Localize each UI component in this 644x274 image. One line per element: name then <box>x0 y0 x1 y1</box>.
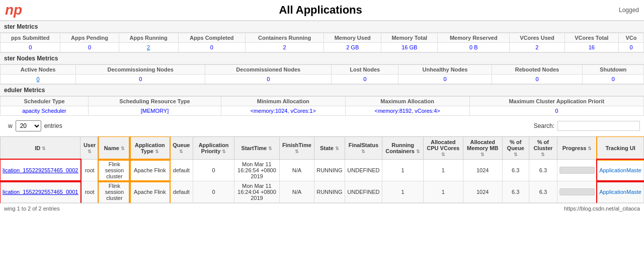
col-header-name[interactable]: Name ⇅ <box>99 137 130 160</box>
cell-cpu-vcores: 1 <box>423 160 463 181</box>
col-header-tracking-ui[interactable]: Tracking UI <box>597 137 644 160</box>
cluster-metrics-header: ster Metrics <box>0 21 644 33</box>
search-input[interactable] <box>557 121 640 131</box>
col-header-pct-queue[interactable]: % of Queue ⇅ <box>502 137 529 160</box>
cell-pct-cluster: 6.3 <box>529 181 557 203</box>
col-header-finalstatus[interactable]: FinalStatus ⇅ <box>345 137 382 160</box>
cell-priority: 0 <box>193 160 234 181</box>
table-row: lication_1552292557465_0001 root Flink s… <box>1 181 644 203</box>
showing-entries: wing 1 to 2 of 2 entries <box>4 206 60 212</box>
val-lost-nodes: 0 <box>332 75 398 84</box>
cell-priority: 0 <box>193 181 234 203</box>
col-header-queue[interactable]: Queue ⇅ <box>170 137 193 160</box>
cell-id[interactable]: lication_1552292557465_0002 <box>1 160 80 181</box>
cell-progress <box>557 181 597 203</box>
val-vco: 0 <box>619 43 644 52</box>
val-shutdown: 0 <box>583 75 644 84</box>
nodes-metrics-table: Active Nodes Decommissioning Nodes Decom… <box>0 64 644 84</box>
col-header-priority[interactable]: Application Priority ⇅ <box>193 137 234 160</box>
val-apps-completed: 0 <box>178 43 246 52</box>
col-header-state[interactable]: State ⇅ <box>314 137 345 160</box>
cell-memory-mb: 1024 <box>463 181 502 203</box>
cell-cpu-vcores: 1 <box>423 181 463 203</box>
val-min-allocation: <memory:1024, vCores:1> <box>221 106 345 116</box>
cell-app-type: Apache Flink <box>130 160 170 181</box>
applications-table: ID ⇅ User ⇅ Name ⇅ Application Type ⇅ Qu… <box>0 136 644 203</box>
col-header-cpu-vcores[interactable]: Allocated CPU VCores ⇅ <box>423 137 463 160</box>
cell-pct-queue: 6.3 <box>502 160 529 181</box>
cell-progress <box>557 160 597 181</box>
val-scheduling-resource: [MEMORY] <box>89 106 221 116</box>
cell-pct-cluster: 6.3 <box>529 160 557 181</box>
val-containers-running: 2 <box>246 43 324 52</box>
cell-name: Flink session cluster <box>99 160 130 181</box>
col-memory-total: Memory Total <box>381 33 438 43</box>
col-apps-completed: Apps Completed <box>178 33 246 43</box>
entries-select[interactable]: 10 20 25 50 100 <box>16 120 41 131</box>
show-entries: w 10 20 25 50 100 entries <box>4 118 66 134</box>
footer-bar: wing 1 to 2 of 2 entries https://blog.cs… <box>0 203 644 214</box>
val-max-cluster-priority: 0 <box>469 106 644 116</box>
logo: np <box>5 2 22 18</box>
val-rebooted-nodes: 0 <box>492 75 583 84</box>
col-apps-pending: Apps Pending <box>60 33 119 43</box>
col-lost-nodes: Lost Nodes <box>332 65 398 75</box>
cell-starttime: Mon Mar 11 16:26:54 +0800 2019 <box>234 160 279 181</box>
top-bar: np All Applications Logged <box>0 0 644 21</box>
entries-suffix: entries <box>44 122 62 129</box>
cell-finalstatus: UNDEFINED <box>345 181 382 203</box>
col-memory-used: Memory Used <box>324 33 381 43</box>
col-header-id[interactable]: ID ⇅ <box>1 137 80 160</box>
col-header-starttime[interactable]: StartTime ⇅ <box>234 137 279 160</box>
progress-bar-container <box>559 167 595 174</box>
col-header-app-type[interactable]: Application Type ⇅ <box>130 137 170 160</box>
cell-starttime: Mon Mar 11 16:24:04 +0800 2019 <box>234 181 279 203</box>
cell-tracking-ui[interactable]: ApplicationMaste <box>597 160 644 181</box>
col-max-cluster-priority: Maximum Cluster Application Priorit <box>469 97 644 106</box>
cell-pct-queue: 6.3 <box>502 181 529 203</box>
val-max-allocation: <memory:8192, vCores:4> <box>345 106 469 116</box>
val-vcores-used: 2 <box>510 43 565 52</box>
cell-finishtime: N/A <box>279 181 314 203</box>
col-decommissioning-nodes: Decommissioning Nodes <box>76 65 205 75</box>
cluster-metrics-table: pps Submitted Apps Pending Apps Running … <box>0 33 644 52</box>
col-containers-running: Containers Running <box>246 33 324 43</box>
cell-user: root <box>80 181 99 203</box>
cell-finishtime: N/A <box>279 160 314 181</box>
col-header-user[interactable]: User ⇅ <box>80 137 99 160</box>
footer-url: https://blog.csdn.net/al_citaoca <box>564 206 640 212</box>
col-header-memory-mb[interactable]: Allocated Memory MB ⇅ <box>463 137 502 160</box>
cell-app-type: Apache Flink <box>130 181 170 203</box>
cell-running-containers: 1 <box>382 181 424 203</box>
val-apps-submitted: 0 <box>1 43 60 52</box>
cell-running-containers: 1 <box>382 160 424 181</box>
col-min-allocation: Minimum Allocation <box>221 97 345 106</box>
val-memory-reserved: 0 B <box>438 43 510 52</box>
col-header-progress[interactable]: Progress ⇅ <box>557 137 597 160</box>
col-max-allocation: Maximum Allocation <box>345 97 469 106</box>
col-memory-reserved: Memory Reserved <box>438 33 510 43</box>
col-header-pct-cluster[interactable]: % of Cluster ⇅ <box>529 137 557 160</box>
col-apps-running: Apps Running <box>119 33 178 43</box>
page-title: All Applications <box>22 4 619 17</box>
cell-queue: default <box>170 181 193 203</box>
progress-bar-container <box>559 188 595 195</box>
cell-tracking-ui[interactable]: ApplicationMaste <box>597 181 644 203</box>
col-rebooted-nodes: Rebooted Nodes <box>492 65 583 75</box>
table-controls: w 10 20 25 50 100 entries Search: <box>0 116 644 136</box>
col-scheduler-type: Scheduler Type <box>1 97 89 106</box>
scheduler-metrics-table: Scheduler Type Scheduling Resource Type … <box>0 96 644 116</box>
col-vcores-total: VCores Total <box>565 33 618 43</box>
cell-user: root <box>80 160 99 181</box>
cell-state: RUNNING <box>314 181 345 203</box>
val-scheduler-type: apacity Scheduler <box>1 106 89 116</box>
col-active-nodes: Active Nodes <box>1 65 76 75</box>
col-header-running-containers[interactable]: Running Containers ⇅ <box>382 137 424 160</box>
col-header-finishtime[interactable]: FinishTime ⇅ <box>279 137 314 160</box>
val-unhealthy-nodes: 0 <box>398 75 492 84</box>
cell-id[interactable]: lication_1552292557465_0001 <box>1 181 80 203</box>
val-memory-total: 16 GB <box>381 43 438 52</box>
col-shutdown: Shutdown <box>583 65 644 75</box>
col-scheduling-resource: Scheduling Resource Type <box>89 97 221 106</box>
val-decommissioned-nodes: 0 <box>205 75 332 84</box>
